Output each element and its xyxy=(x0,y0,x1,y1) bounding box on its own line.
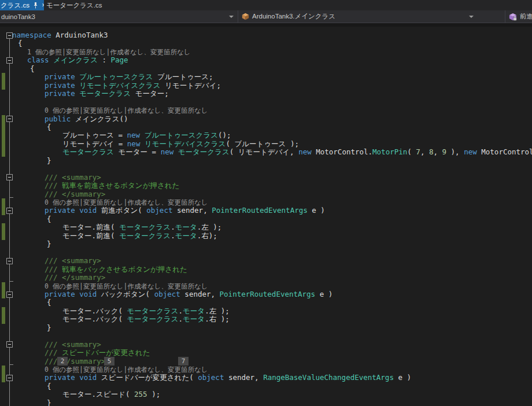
code-line[interactable]: /// 戦車をバックさせるボタンが押された xyxy=(0,265,532,274)
collapse-region-icon[interactable] xyxy=(6,116,13,122)
code-editor[interactable]: namespace ArduinoTank3{1 個の参照|変更箇所なし|作成者… xyxy=(0,23,532,406)
code-token: void xyxy=(79,206,97,215)
code-line[interactable]: { xyxy=(0,123,532,131)
code-token: MotorControl. xyxy=(312,147,372,156)
code-line[interactable]: { xyxy=(0,298,532,307)
code-line[interactable]: } xyxy=(0,399,532,406)
codelens-line[interactable]: 1 個の参照|変更箇所なし|作成者なし、変更箇所なし xyxy=(0,48,532,56)
code-token: モータークラス xyxy=(62,147,114,156)
code-line[interactable]: { xyxy=(0,39,532,47)
code-token: new xyxy=(464,147,477,156)
codelens-line[interactable]: 0 個の参照|変更箇所なし|作成者なし、変更箇所なし xyxy=(0,366,532,374)
code-token: 0 個の参照|変更箇所なし|作成者なし、変更箇所なし xyxy=(45,106,208,115)
code-token: sender, xyxy=(180,290,220,298)
collapse-region-icon[interactable] xyxy=(6,258,13,264)
code-line[interactable]: private モータークラス モーター; xyxy=(0,90,532,98)
code-line[interactable]: /// <summary> xyxy=(0,174,532,182)
code-token: ), xyxy=(446,147,464,156)
collapse-region-icon[interactable] xyxy=(6,174,13,180)
code-token: private xyxy=(45,373,75,382)
collapse-region-icon[interactable] xyxy=(6,32,13,39)
code-line[interactable]: public メインクラス() xyxy=(0,115,532,123)
code-line[interactable]: class メインクラス : Page xyxy=(0,56,532,64)
code-line[interactable]: } xyxy=(0,324,532,332)
project-dropdown[interactable]: duinoTank3 xyxy=(0,10,238,23)
code-token: 0 個の参照|変更箇所なし|作成者なし、変更箇所なし xyxy=(45,366,208,374)
code-line[interactable]: { xyxy=(0,65,532,73)
code-token: /// xyxy=(45,181,62,190)
code-token: private xyxy=(45,89,75,98)
chevron-down-icon xyxy=(229,16,234,18)
code-line[interactable]: /// </summary> xyxy=(0,190,532,198)
code-token: 戦車を前進させるボタンが押された xyxy=(62,181,179,190)
code-line[interactable]: リモートデバイ = new リモートデバイスクラス( ブルートゥース ); xyxy=(0,140,532,148)
code-token: モータークラス xyxy=(178,147,230,156)
code-line[interactable] xyxy=(0,332,532,340)
code-line[interactable]: /// </summary> xyxy=(0,274,532,282)
code-token: スピードバーが変更された( xyxy=(97,373,198,382)
code-line[interactable]: private void バックボタン( object sender, Poin… xyxy=(0,290,532,298)
code-token: e ) xyxy=(394,373,411,382)
code-line[interactable]: モーター.バック( モータークラス.モータ.左 ); xyxy=(0,307,532,315)
code-token: モータ xyxy=(175,231,197,240)
chevron-down-icon xyxy=(469,16,474,18)
code-line[interactable]: /// <summary> xyxy=(0,257,532,265)
code-token: モータ xyxy=(183,307,205,315)
code-line[interactable]: モーター.スピード( 255 ); xyxy=(0,390,532,398)
collapse-region-icon[interactable] xyxy=(6,291,13,298)
code-line[interactable]: { xyxy=(0,215,532,223)
code-line[interactable] xyxy=(0,249,532,257)
code-line[interactable]: モーター.前進( モータークラス.モータ.右); xyxy=(0,232,532,240)
fold-region-end-tick xyxy=(9,197,13,198)
code-token: } xyxy=(47,323,51,332)
code-line[interactable]: { xyxy=(0,382,532,390)
codelens-line[interactable]: 0 個の参照|変更箇所なし|作成者なし、変更箇所なし xyxy=(0,282,532,290)
code-token: { xyxy=(47,123,51,131)
code-line[interactable]: モーター.バック( モータークラス.モータ.右 ); xyxy=(0,315,532,323)
code-line[interactable]: /// </summary> xyxy=(0,357,532,366)
codelens-line[interactable]: 0 個の参照|変更箇所なし|作成者なし、変更箇所なし xyxy=(0,198,532,206)
type-dropdown-label: ArduinoTank3.メインクラス xyxy=(252,12,335,21)
code-token: PointerRoutedEventArgs xyxy=(212,206,308,215)
collapse-region-icon[interactable] xyxy=(6,375,13,381)
code-line[interactable]: namespace ArduinoTank3 xyxy=(0,31,532,39)
code-token: ( リモートデバイ, xyxy=(230,147,298,156)
hint-overlay-badge: 5 xyxy=(104,357,114,366)
code-line[interactable] xyxy=(0,98,532,106)
code-line[interactable]: private リモートデバイスクラス リモートデバイ; xyxy=(0,82,532,90)
code-line[interactable]: /// <summary> xyxy=(0,341,532,349)
codelens-line[interactable]: 0 個の参照|変更箇所なし|作成者なし、変更箇所なし xyxy=(0,106,532,115)
tab-label: モータークラス.cs xyxy=(46,1,102,10)
code-token: 9 xyxy=(442,147,447,156)
code-token: リモートデバイ; xyxy=(161,81,221,90)
code-line[interactable]: ブルートゥース = new ブルートゥースクラス(); xyxy=(0,131,532,139)
code-token: void xyxy=(79,290,97,298)
code-line[interactable]: private void スピードバーが変更された( object sender… xyxy=(0,374,532,382)
collapse-region-icon[interactable] xyxy=(6,208,13,214)
code-line[interactable] xyxy=(0,165,532,173)
code-line[interactable]: モータークラス モーター = new モータークラス( リモートデバイ, new… xyxy=(0,148,532,156)
code-line[interactable]: /// 戦車を前進させるボタンが押された xyxy=(0,182,532,190)
pin-icon[interactable] xyxy=(33,2,38,9)
type-dropdown[interactable]: ArduinoTank3.メインクラス xyxy=(238,10,505,23)
code-line[interactable]: } xyxy=(0,240,532,248)
code-token: : xyxy=(98,56,111,64)
code-line[interactable]: private ブルートゥースクラス ブルートゥース; xyxy=(0,73,532,81)
code-token: void xyxy=(79,373,97,382)
hint-overlay-badge: 2 xyxy=(57,357,68,366)
code-token: モータークラス xyxy=(127,315,179,323)
collapse-region-icon[interactable] xyxy=(6,341,13,348)
tab-main-class[interactable]: クラス.cs ✕ xyxy=(0,0,44,10)
code-line[interactable]: /// スピードバーが変更された xyxy=(0,349,532,357)
member-dropdown[interactable]: 前進ボ xyxy=(505,10,532,23)
code-token: private xyxy=(45,206,75,215)
code-line[interactable]: } xyxy=(0,157,532,165)
code-token: e ) xyxy=(315,290,332,298)
code-line[interactable]: private void 前進ボタン( object sender, Point… xyxy=(0,206,532,215)
code-token: MotorControl. xyxy=(477,147,532,156)
code-line[interactable]: モーター.前進( モータークラス.モータ.左 ); xyxy=(0,223,532,231)
collapse-region-icon[interactable] xyxy=(6,57,13,64)
code-token: モーター; xyxy=(131,89,169,98)
code-token: リモートデバイスクラス xyxy=(145,139,226,148)
tab-motor-class[interactable]: モータークラス.cs xyxy=(44,0,138,10)
